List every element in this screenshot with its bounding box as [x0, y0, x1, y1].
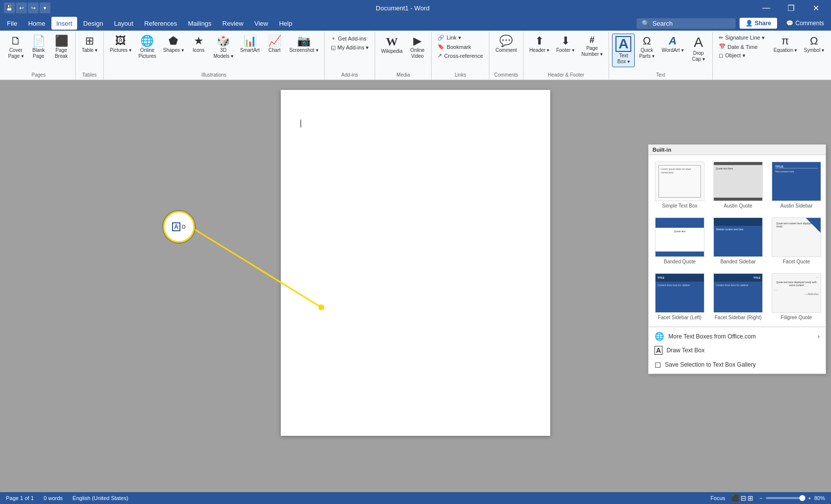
austin-quote-item[interactable]: Quote text here Austin Quote — [711, 159, 765, 211]
blank-page-button[interactable]: 📄 BlankPage — [28, 34, 49, 61]
wikipedia-button[interactable]: W Wikipedia — [378, 34, 405, 56]
icons-button[interactable]: ★ Icons — [188, 34, 210, 55]
links-col: 🔗 Link ▾ 🔖 Bookmark ↗ Cross-reference — [435, 34, 486, 60]
menu-review[interactable]: Review — [218, 17, 249, 30]
equation-button[interactable]: π Equation ▾ — [771, 34, 800, 55]
cursor-magnifier: A D — [163, 211, 195, 243]
print-layout-button[interactable]: ⬛ — [731, 494, 740, 502]
signature-line-button[interactable]: ✏ Signature Line ▾ — [716, 34, 768, 42]
more-textboxes-item[interactable]: 🌐 More Text Boxes from Office.com › — [649, 329, 826, 343]
text-group-label: Text — [612, 71, 709, 80]
header-button[interactable]: ⬆ Header ▾ — [526, 34, 553, 55]
banded-quote-label: Banded Quote — [664, 259, 696, 264]
draw-text-box-item[interactable]: A Draw Text Box — [649, 343, 826, 357]
page-break-button[interactable]: ⬛ PageBreak — [50, 34, 72, 61]
textbox-panel-footer: 🌐 More Text Boxes from Office.com › A Dr… — [649, 327, 826, 374]
footer-label: Footer ▾ — [556, 47, 574, 53]
austin-quote-label: Austin Quote — [724, 203, 752, 209]
shapes-button[interactable]: ⬟ Shapes ▾ — [160, 34, 187, 55]
menu-help[interactable]: Help — [274, 17, 297, 30]
austin-quote-thumb: Quote text here — [713, 162, 763, 201]
filigree-quote-label: Filigree Quote — [781, 315, 812, 320]
focus-button[interactable]: Focus — [710, 495, 725, 501]
save-icon[interactable]: 💾 — [4, 2, 15, 13]
cross-reference-button[interactable]: ↗ Cross-reference — [435, 51, 486, 60]
menu-mailings[interactable]: Mailings — [183, 17, 217, 30]
banded-sidebar-item[interactable]: Sidebar content text here Banded Sidebar — [711, 215, 765, 267]
my-addins-button[interactable]: ◱ My Add-ins ▾ — [328, 43, 372, 52]
facet-sidebar-right-item[interactable]: TITLE Content lines here for sidebar Fac… — [711, 271, 765, 323]
comments-group-label: Comments — [492, 71, 520, 80]
menu-insert[interactable]: Insert — [51, 17, 78, 30]
zoom-out-icon[interactable]: − — [759, 495, 762, 501]
banded-quote-item[interactable]: Quote text Banded Quote — [653, 215, 707, 267]
wordart-button[interactable]: A WordArt ▾ — [658, 34, 686, 55]
zoom-in-icon[interactable]: + — [808, 495, 811, 501]
menu-bar: File Home Insert Design Layout Reference… — [0, 16, 831, 31]
comment-icon: 💬 — [499, 36, 513, 46]
headerfooter-group-label: Header & Footer — [526, 71, 606, 80]
smartart-button[interactable]: 📊 SmartArt — [237, 34, 262, 55]
search-icon: 🔍 — [642, 20, 650, 27]
date-time-label: Date & Time — [728, 44, 758, 50]
my-addins-icon: ◱ — [331, 44, 336, 51]
ribbon-group-media: W Wikipedia ▶ OnlineVideo Media — [375, 32, 432, 80]
page-number-button[interactable]: # PageNumber ▾ — [578, 34, 606, 59]
menu-view[interactable]: View — [249, 17, 273, 30]
simple-text-box-item[interactable]: Lorem ipsum dolor sit amet consectetur S… — [653, 159, 707, 211]
get-addins-button[interactable]: ＋ Get Add-ins — [328, 34, 372, 43]
menu-design[interactable]: Design — [78, 17, 108, 30]
drop-cap-button[interactable]: A DropCap ▾ — [688, 34, 709, 64]
app-container: 💾 ↩ ↪ ▾ Document1 - Word — ❐ ✕ File Home… — [0, 0, 831, 504]
undo-icon[interactable]: ↩ — [16, 2, 27, 13]
restore-button[interactable]: ❐ — [780, 0, 802, 16]
title-bar: 💾 ↩ ↪ ▾ Document1 - Word — ❐ ✕ — [0, 0, 831, 16]
object-button[interactable]: ◻ Object ▾ — [716, 51, 768, 60]
menu-home[interactable]: Home — [23, 17, 50, 30]
cross-reference-label: Cross-reference — [444, 53, 483, 59]
cover-page-button[interactable]: 🗋 CoverPage ▾ — [5, 34, 27, 61]
object-icon: ◻ — [719, 52, 723, 59]
link-button[interactable]: 🔗 Link ▾ — [435, 34, 486, 42]
quick-parts-button[interactable]: Ω QuickParts ▾ — [636, 34, 657, 61]
pictures-button[interactable]: 🖼 Pictures ▾ — [107, 34, 134, 55]
zoom-slider[interactable] — [766, 497, 805, 499]
date-time-button[interactable]: 📅 Date & Time — [716, 42, 768, 51]
redo-icon[interactable]: ↪ — [28, 2, 39, 13]
comment-button[interactable]: 💬 Comment — [492, 34, 520, 55]
bookmark-label: Bookmark — [446, 44, 471, 50]
3d-models-button[interactable]: 🎲 3DModels ▾ — [211, 34, 236, 61]
austin-sidebar-item[interactable]: TITLE Text content here Austin Sidebar — [769, 159, 824, 211]
menu-references[interactable]: References — [139, 17, 182, 30]
online-video-button[interactable]: ▶ OnlineVideo — [406, 34, 428, 61]
menu-layout[interactable]: Layout — [109, 17, 138, 30]
customize-icon[interactable]: ▾ — [40, 2, 50, 13]
save-selection-item[interactable]: ◻ Save Selection to Text Box Gallery — [649, 357, 826, 372]
symbol-button[interactable]: Ω Symbol ▾ — [801, 34, 827, 55]
chart-button[interactable]: 📈 Chart — [263, 34, 285, 55]
table-button[interactable]: ⊞ Table ▾ — [79, 34, 100, 55]
minimize-button[interactable]: — — [755, 0, 778, 16]
text-box-button[interactable]: A TextBox ▾ — [612, 34, 635, 67]
ribbon-comments-items: 💬 Comment — [492, 34, 520, 71]
menu-file[interactable]: File — [2, 17, 22, 30]
search-bar[interactable]: 🔍 Search — [637, 18, 736, 29]
filigree-quote-item[interactable]: ~~ Quote text here displayed nicely with… — [769, 271, 824, 323]
screenshot-button[interactable]: 📷 Screenshot ▾ — [286, 34, 321, 55]
facet-quote-item[interactable]: Quote text content here displayed nicely… — [769, 215, 824, 267]
web-layout-button[interactable]: ⊟ — [741, 494, 746, 502]
save-selection-label: Save Selection to Text Box Gallery — [665, 361, 756, 368]
header-icon: ⬆ — [535, 36, 544, 46]
textbox-panel-scroll[interactable]: Lorem ipsum dolor sit amet consectetur S… — [649, 155, 826, 327]
share-button[interactable]: 👤 Share — [740, 18, 777, 29]
footer-button[interactable]: ⬇ Footer ▾ — [553, 34, 577, 55]
close-button[interactable]: ✕ — [804, 0, 827, 16]
header-label: Header ▾ — [529, 47, 550, 53]
page-break-icon: ⬛ — [55, 36, 68, 46]
online-pictures-button[interactable]: 🌐 OnlinePictures — [135, 34, 159, 61]
facet-sidebar-left-item[interactable]: TITLE Content lines here for sidebar Fac… — [653, 271, 707, 323]
bookmark-button[interactable]: 🔖 Bookmark — [435, 42, 486, 51]
pages-group-label: Pages — [5, 71, 72, 80]
comments-button[interactable]: 💬 Comments — [781, 18, 829, 29]
read-mode-button[interactable]: ⊞ — [747, 494, 753, 502]
